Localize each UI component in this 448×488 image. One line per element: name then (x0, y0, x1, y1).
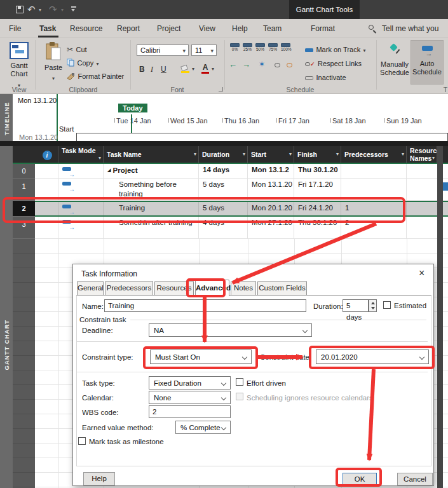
duration-cell[interactable]: 4 days (199, 217, 248, 239)
start-cell[interactable]: Mon 20.1.20 (248, 202, 294, 215)
resource-cell[interactable] (407, 164, 437, 179)
predecessors-cell[interactable]: 2 (341, 217, 407, 239)
italic-button[interactable]: I (151, 65, 153, 74)
duration-cell[interactable]: 5 days (199, 179, 248, 201)
format-painter-button[interactable]: Format Painter (67, 70, 124, 81)
help-button[interactable]: Help (83, 472, 115, 485)
split-task-icon[interactable]: ✶ (259, 60, 265, 69)
resource-cell[interactable] (407, 179, 437, 201)
underline-button[interactable]: U (161, 65, 166, 74)
calendar-dropdown[interactable]: None (149, 391, 231, 404)
tab-report[interactable]: Report (117, 19, 140, 38)
paste-button[interactable]: Paste ▾ (42, 42, 65, 83)
finish-cell[interactable]: Fri 24.1.20 (294, 202, 341, 215)
gantt-chart-view-button[interactable]: Gantt Chart ▾ (6, 42, 32, 90)
table-row[interactable]: → Somethin after training 4 days Mon 27.… (35, 217, 448, 239)
column-dropdown-icon[interactable]: ▾ (98, 154, 101, 162)
unlink-tasks-icon[interactable] (287, 63, 292, 67)
predecessors-cell[interactable] (341, 164, 407, 179)
tab-resource[interactable]: Resource (70, 19, 102, 38)
dialog-tab-advanced[interactable]: Advanced (195, 280, 229, 296)
wbs-code-field[interactable] (149, 405, 231, 418)
column-dropdown-icon[interactable]: ▾ (432, 154, 435, 162)
column-header-start[interactable]: Start▾ (248, 146, 294, 163)
start-cell[interactable]: Mon 27.1.20 (248, 217, 294, 239)
column-header-task-mode[interactable]: Task Mode▾ (58, 146, 104, 163)
cancel-button[interactable]: Cancel (397, 473, 433, 485)
timeline-span-bar[interactable] (76, 133, 448, 141)
column-dropdown-icon[interactable]: ▾ (336, 147, 339, 161)
table-row[interactable]: → Something before training 5 days Mon 1… (35, 179, 448, 201)
table-chart-splitter[interactable] (437, 146, 443, 488)
earned-value-method-dropdown[interactable]: % Complete (175, 421, 231, 434)
deadline-dropdown[interactable]: NA (149, 323, 312, 337)
indent-task-button[interactable]: → (242, 60, 250, 69)
customize-quick-access-icon[interactable] (71, 6, 76, 11)
gantt-pane-strip[interactable]: GANTT CHART (0, 146, 13, 488)
column-header-duration[interactable]: Duration▾ (199, 146, 248, 163)
respect-links-button[interactable]: ✓ Respect Links (305, 57, 362, 69)
tab-help[interactable]: Help (232, 19, 248, 38)
row-number-2-selected[interactable]: 2 (13, 201, 35, 217)
effort-driven-checkbox[interactable] (236, 378, 243, 386)
ok-button[interactable]: OK (343, 473, 377, 485)
timeline-pane-strip[interactable]: TIMELINE (0, 94, 13, 141)
predecessors-cell[interactable] (341, 179, 407, 201)
inactivate-button[interactable]: Inactivate (305, 71, 346, 83)
background-color-dropdown-icon[interactable]: ▾ (192, 66, 194, 72)
manually-schedule-button[interactable]: Manually Schedule (380, 41, 409, 77)
font-name-combobox[interactable]: Calibri ▾ (137, 44, 189, 56)
close-icon[interactable]: × (419, 268, 424, 278)
font-dialog-launcher-icon[interactable] (219, 87, 223, 92)
duration-cell[interactable]: 5 days (199, 202, 248, 215)
column-header-finish[interactable]: Finish▾ (294, 146, 341, 163)
resource-cell[interactable] (407, 217, 437, 239)
task-name-field[interactable] (104, 299, 306, 312)
start-cell[interactable]: Mon 13.1.2 (248, 164, 294, 179)
tab-view[interactable]: View (199, 19, 215, 38)
percent-complete-0-button[interactable]: 0% (230, 43, 240, 51)
copy-button[interactable]: Copy ▾ (67, 57, 99, 68)
constraint-date-dropdown[interactable]: 20.01.2020 (316, 349, 429, 364)
view-split-bar[interactable] (0, 141, 448, 146)
tab-team[interactable]: Team (263, 19, 282, 38)
tab-format[interactable]: Format (311, 19, 335, 38)
task-name-cell[interactable]: Something before training (104, 179, 199, 201)
font-size-combobox[interactable]: 11 ▾ (191, 44, 217, 56)
font-color-button[interactable]: A (201, 64, 209, 74)
percent-complete-25-button[interactable]: 25% (243, 43, 252, 51)
predecessors-cell[interactable]: 1 (341, 202, 407, 215)
finish-cell[interactable]: Fri 17.1.20 (294, 179, 341, 201)
column-header-info[interactable]: i (35, 146, 58, 163)
task-name-cell[interactable]: ◢ Project (104, 164, 199, 179)
row-number-0[interactable]: 0 (13, 164, 35, 179)
column-header-task-name[interactable]: Task Name▾ (104, 146, 199, 163)
dialog-tab-predecessors[interactable]: Predecessors (105, 281, 153, 295)
dialog-tab-custom-fields[interactable]: Custom Fields (257, 281, 307, 295)
percent-complete-100-button[interactable]: 100% (281, 43, 292, 51)
outdent-task-button[interactable]: ← (229, 60, 237, 69)
dialog-tab-notes[interactable]: Notes (231, 281, 256, 295)
estimated-checkbox[interactable] (383, 301, 391, 309)
milestone-checkbox[interactable] (78, 437, 86, 445)
finish-cell[interactable]: Thu 30.1.20 (294, 164, 341, 179)
column-header-predecessors[interactable]: Predecessors▾ (341, 146, 407, 163)
column-dropdown-icon[interactable]: ▾ (194, 147, 196, 161)
percent-complete-75-button[interactable]: 75% (268, 43, 278, 51)
bold-button[interactable]: B (139, 65, 145, 74)
link-tasks-icon[interactable] (275, 63, 280, 67)
duration-field[interactable]: 5 days (343, 299, 369, 312)
mark-on-track-button[interactable]: Mark on Track ▾ (305, 43, 366, 55)
timeline-pane[interactable]: Mon 13.1.20 Today Tue 14 Jan Wed 15 Jan … (13, 94, 448, 141)
column-header-resource-names[interactable]: Resource Names▾ (407, 146, 437, 163)
undo-button[interactable]: ↶ (27, 0, 36, 19)
cut-button[interactable]: ✂ Cut (67, 43, 87, 55)
column-dropdown-icon[interactable]: ▾ (243, 147, 245, 161)
task-name-cell[interactable]: Training (104, 202, 199, 215)
row-number-1[interactable]: 1 (13, 179, 35, 201)
tab-file[interactable]: File (9, 19, 21, 38)
row-number-3[interactable]: 3 (13, 217, 35, 239)
percent-complete-50-button[interactable]: 50% (255, 43, 265, 51)
search-icon[interactable] (369, 25, 377, 33)
duration-spinner[interactable] (369, 299, 377, 312)
